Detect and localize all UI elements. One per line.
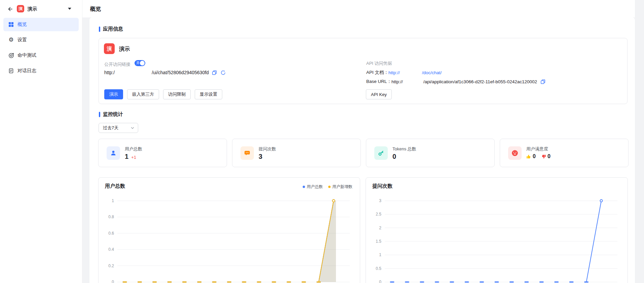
smiley-icon bbox=[508, 146, 522, 160]
app-switcher-title[interactable]: 演示 bbox=[28, 6, 37, 12]
topbar: 概览 bbox=[82, 0, 635, 17]
stat-number: 1 bbox=[125, 153, 128, 160]
svg-text:1.5: 1.5 bbox=[376, 239, 381, 244]
content-area: 应用信息 演 演示 公开访问链接 开 http:/ /ui/chat/52806… bbox=[82, 17, 644, 283]
stat-card-tokens: Tokens 总数 0 bbox=[366, 139, 495, 167]
stat-card-questions: 提问次数 3 bbox=[232, 139, 361, 167]
stat-card-satisfaction: 用户满意度 0 0 bbox=[500, 139, 629, 167]
sidebar-item-label: 命中测试 bbox=[17, 52, 36, 58]
app-avatar-char: 演 bbox=[18, 6, 23, 12]
api-key-button[interactable]: API Key bbox=[366, 89, 392, 99]
public-link-label: 公开访问链接 bbox=[104, 61, 130, 67]
api-doc-row: API 文档： http:// /doc/chat/ bbox=[366, 69, 546, 76]
api-doc-link-prefix[interactable]: http:// bbox=[388, 70, 400, 75]
refresh-icon[interactable] bbox=[220, 69, 226, 76]
section-monitor: 监控统计 bbox=[99, 111, 123, 117]
sidebar-item-label: 对话日志 bbox=[17, 68, 36, 74]
api-credentials-block: API 访问凭据 API 文档： http:// /doc/chat/ Base… bbox=[366, 60, 546, 85]
stat-delta: +1 bbox=[131, 155, 136, 160]
app-avatar-large: 演 bbox=[104, 43, 115, 54]
demo-button[interactable]: 演示 bbox=[104, 89, 123, 99]
svg-text:3: 3 bbox=[379, 198, 381, 203]
display-settings-button[interactable]: 显示设置 bbox=[195, 89, 222, 99]
base-url-label: Base URL： bbox=[366, 79, 391, 85]
svg-text:2.5: 2.5 bbox=[376, 212, 381, 217]
sidebar-header: 演 演示 bbox=[0, 0, 82, 17]
sidebar-item-label: 设置 bbox=[17, 37, 27, 43]
users-chart-card: 用户总数 用户总数 用户新增数 10.80.60.40.20 bbox=[98, 177, 360, 283]
section-accent-bar bbox=[99, 27, 100, 32]
embed-third-party-button[interactable]: 嵌入第三方 bbox=[127, 89, 159, 99]
url-prefix: http:/ bbox=[104, 70, 115, 75]
user-icon bbox=[107, 146, 120, 160]
svg-text:0: 0 bbox=[379, 280, 381, 283]
stat-label: 提问次数 bbox=[259, 146, 276, 152]
app-avatar: 演 bbox=[17, 5, 24, 12]
svg-text:0.6: 0.6 bbox=[108, 231, 114, 236]
app-name: 演示 bbox=[119, 46, 130, 53]
section-title: 应用信息 bbox=[103, 26, 123, 32]
back-arrow-icon[interactable] bbox=[6, 5, 13, 13]
sidebar-item-label: 概览 bbox=[17, 21, 27, 28]
public-url-row: http:/ /ui/chat/52806d29405630fd bbox=[104, 69, 226, 76]
chevron-down-icon bbox=[130, 126, 135, 130]
public-link-toggle[interactable]: 开 bbox=[135, 60, 145, 66]
gear-icon: ⚙ bbox=[8, 37, 14, 43]
svg-text:2: 2 bbox=[379, 226, 381, 230]
thumbs-up-icon bbox=[526, 154, 531, 159]
api-credentials-label: API 访问凭据 bbox=[366, 60, 546, 66]
access-restriction-button[interactable]: 访问限制 bbox=[163, 89, 191, 99]
satisfaction-values: 0 0 bbox=[526, 153, 551, 159]
sidebar-item-hit-test[interactable]: 命中测试 bbox=[3, 49, 79, 62]
thumbs-down-icon bbox=[541, 154, 546, 159]
api-doc-label: API 文档： bbox=[366, 69, 388, 76]
sidebar: 演 演示 概览 ⚙ 设置 命中测试 对话日志 bbox=[0, 0, 82, 283]
stat-value: 3 bbox=[259, 153, 262, 160]
app-info-card: 演 演示 公开访问链接 开 http:/ /ui/chat/52806d2940… bbox=[99, 38, 628, 104]
page-title: 概览 bbox=[90, 6, 101, 13]
thumbs-down-count: 0 bbox=[547, 153, 551, 159]
questions-line-chart: 32.521.510.50 bbox=[366, 178, 628, 283]
sidebar-item-settings[interactable]: ⚙ 设置 bbox=[3, 33, 79, 47]
section-app-info: 应用信息 bbox=[99, 26, 123, 32]
app-avatar-char: 演 bbox=[107, 46, 112, 52]
copy-icon[interactable] bbox=[540, 79, 546, 85]
stat-label: 用户满意度 bbox=[526, 146, 548, 152]
base-url-row: Base URL： http:// /api/application/af1c3… bbox=[366, 79, 546, 85]
document-icon bbox=[8, 68, 14, 74]
copy-icon[interactable] bbox=[212, 69, 218, 76]
svg-text:0: 0 bbox=[112, 280, 114, 283]
target-icon bbox=[8, 52, 14, 58]
stat-value: 1 +1 bbox=[125, 153, 136, 160]
base-url-prefix: http:// bbox=[391, 79, 403, 84]
base-url-path: /api/application/af1c3066-d2f2-11ef-b055… bbox=[423, 79, 537, 84]
api-doc-link-path[interactable]: /doc/chat/ bbox=[422, 70, 442, 75]
time-range-value: 过去7天 bbox=[103, 125, 118, 131]
questions-chart-card: 提问次数 32.521.510.50 bbox=[366, 177, 628, 283]
sidebar-item-overview[interactable]: 概览 bbox=[3, 18, 79, 31]
content-panel: 应用信息 演 演示 公开访问链接 开 http:/ /ui/chat/52806… bbox=[89, 17, 635, 283]
svg-text:0.2: 0.2 bbox=[108, 264, 114, 268]
users-line-chart: 10.80.60.40.20 bbox=[99, 178, 360, 283]
svg-text:1: 1 bbox=[112, 198, 114, 203]
toggle-knob bbox=[140, 61, 145, 65]
chevron-down-icon[interactable] bbox=[68, 8, 71, 10]
svg-text:0.5: 0.5 bbox=[376, 266, 381, 271]
section-title: 监控统计 bbox=[103, 111, 123, 117]
app-actions: 演示 嵌入第三方 访问限制 显示设置 bbox=[104, 89, 222, 99]
section-accent-bar bbox=[99, 112, 100, 117]
stat-value: 0 bbox=[392, 153, 396, 160]
stat-label: 用户总数 bbox=[125, 146, 142, 152]
url-path: /ui/chat/52806d29405630fd bbox=[152, 70, 209, 75]
stat-number: 0 bbox=[392, 153, 396, 160]
stat-card-users: 用户总数 1 +1 bbox=[98, 139, 227, 167]
stat-number: 3 bbox=[259, 153, 262, 160]
key-icon bbox=[374, 146, 388, 160]
thumbs-up-count: 0 bbox=[533, 153, 536, 159]
stat-label: Tokens 总数 bbox=[392, 146, 416, 152]
svg-text:0.4: 0.4 bbox=[108, 247, 114, 252]
time-range-select[interactable]: 过去7天 bbox=[99, 123, 138, 133]
chat-bubble-icon bbox=[240, 146, 254, 160]
svg-text:0.8: 0.8 bbox=[108, 215, 114, 219]
sidebar-item-chat-log[interactable]: 对话日志 bbox=[3, 64, 79, 78]
